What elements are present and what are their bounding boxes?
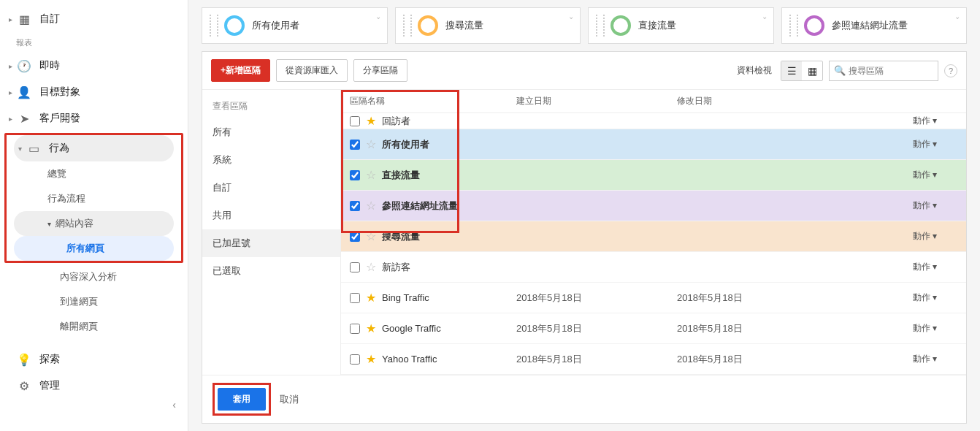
star-icon[interactable]: ☆	[366, 260, 376, 274]
table-row[interactable]: ☆新訪客動作 ▾	[341, 252, 966, 283]
row-checkbox[interactable]	[350, 232, 360, 242]
chevron-down-icon[interactable]: ⌄	[568, 12, 574, 20]
segment-panel: +新增區隔 從資源庫匯入 分享區隔 資料檢視 ☰ ▦ 🔍 ? 查看區隔 所	[202, 51, 967, 424]
table-row[interactable]: ☆搜尋流量動作 ▾	[341, 221, 966, 252]
segment-card[interactable]: 參照連結網址流量⌄	[781, 7, 968, 44]
nav-overview[interactable]: 總覽	[7, 161, 181, 186]
row-checkbox[interactable]	[350, 140, 360, 150]
modified-date: 2018年5月18日	[677, 353, 830, 366]
star-icon[interactable]: ☆	[366, 137, 376, 151]
drag-handle-icon[interactable]	[596, 15, 605, 37]
table-row[interactable]: ★Yahoo Traffic2018年5月18日2018年5月18日動作 ▾	[341, 344, 966, 375]
star-icon[interactable]: ☆	[366, 229, 376, 243]
star-icon[interactable]: ★	[366, 114, 376, 128]
row-actions[interactable]: 動作 ▾	[830, 291, 966, 304]
dashboard-icon: ▦	[16, 12, 32, 26]
nav-site-content-label: 網站內容	[55, 217, 93, 230]
apply-button[interactable]: 套用	[218, 388, 266, 411]
row-actions[interactable]: 動作 ▾	[830, 230, 966, 243]
chevron-down-icon[interactable]: ⌄	[954, 12, 960, 20]
row-checkbox[interactable]	[350, 354, 360, 365]
drag-handle-icon[interactable]	[789, 15, 798, 37]
filter-selected[interactable]: 已選取	[202, 257, 340, 285]
row-checkbox[interactable]	[350, 324, 360, 334]
cancel-button[interactable]: 取消	[280, 393, 299, 406]
chevron-down-icon[interactable]: ⌄	[375, 12, 381, 20]
nav-exit[interactable]: 離開網頁	[0, 314, 188, 339]
new-segment-button[interactable]: +新增區隔	[211, 59, 270, 82]
nav-flow[interactable]: 行為流程	[7, 186, 181, 211]
table-body: ★回訪者動作 ▾☆所有使用者動作 ▾☆直接流量動作 ▾☆參照連結網址流量動作 ▾…	[341, 113, 966, 375]
share-button[interactable]: 分享區隔	[353, 59, 407, 82]
caret-icon: ▾	[18, 145, 26, 153]
caret-icon: ▸	[9, 115, 16, 123]
search-input[interactable]	[849, 66, 933, 76]
bulb-icon: 💡	[16, 353, 32, 367]
nav-discover[interactable]: 💡 探索	[0, 346, 188, 373]
segment-table: 區隔名稱 建立日期 修改日期 ★回訪者動作 ▾☆所有使用者動作 ▾☆直接流量動作…	[341, 90, 966, 375]
filter-all[interactable]: 所有	[202, 118, 340, 146]
collapse-sidebar[interactable]: ‹	[0, 399, 188, 416]
filter-shared[interactable]: 共用	[202, 202, 340, 229]
filter-custom[interactable]: 自訂	[202, 174, 340, 202]
chevron-down-icon[interactable]: ⌄	[762, 12, 767, 20]
star-icon[interactable]: ★	[366, 321, 376, 335]
table-row[interactable]: ★Google Traffic2018年5月18日2018年5月18日動作 ▾	[341, 313, 966, 344]
nav-custom[interactable]: ▸ ▦ 自訂	[0, 6, 188, 32]
row-actions[interactable]: 動作 ▾	[830, 199, 966, 212]
table-row[interactable]: ★Bing Traffic2018年5月18日2018年5月18日動作 ▾	[341, 283, 966, 313]
star-icon[interactable]: ★	[366, 352, 376, 366]
row-actions[interactable]: 動作 ▾	[830, 169, 966, 181]
drag-handle-icon[interactable]	[403, 15, 412, 37]
segment-color-icon	[224, 15, 245, 36]
segment-name: 搜尋流量	[382, 230, 420, 243]
segment-card[interactable]: 所有使用者⌄	[202, 7, 388, 44]
row-checkbox[interactable]	[350, 116, 360, 126]
help-button[interactable]: ?	[944, 64, 957, 77]
behavior-icon: ▭	[26, 142, 42, 156]
grid-view-button[interactable]: ▦	[802, 61, 822, 80]
nav-landing[interactable]: 到達網頁	[0, 289, 188, 314]
star-icon[interactable]: ☆	[366, 168, 376, 182]
nav-all-pages[interactable]: 所有網頁	[14, 236, 174, 261]
star-icon[interactable]: ☆	[366, 199, 376, 213]
filter-starred[interactable]: 已加星號	[202, 229, 340, 257]
row-checkbox[interactable]	[350, 262, 360, 272]
row-actions[interactable]: 動作 ▾	[830, 138, 966, 150]
nav-audience[interactable]: ▸ 👤 目標對象	[0, 79, 188, 105]
row-actions[interactable]: 動作 ▾	[830, 353, 966, 365]
row-checkbox[interactable]	[350, 293, 360, 303]
segment-name: Bing Traffic	[382, 292, 429, 303]
filter-system[interactable]: 系統	[202, 146, 340, 174]
star-icon[interactable]: ★	[366, 291, 376, 305]
segment-name: 直接流量	[382, 169, 420, 182]
table-row[interactable]: ☆直接流量動作 ▾	[341, 160, 966, 191]
row-checkbox[interactable]	[350, 201, 360, 211]
nav-realtime[interactable]: ▸ 🕐 即時	[0, 53, 188, 79]
segment-card[interactable]: 搜尋流量⌄	[395, 7, 581, 44]
nav-admin[interactable]: ⚙ 管理	[0, 373, 188, 399]
nav-behavior[interactable]: ▾ ▭ 行為	[14, 135, 174, 161]
caret-icon: ▸	[9, 88, 16, 96]
segment-card[interactable]: 直接流量⌄	[588, 7, 774, 44]
filter-header: 查看區隔	[202, 94, 340, 118]
modified-date: 2018年5月18日	[677, 291, 830, 305]
segment-name: 所有使用者	[382, 138, 429, 151]
row-checkbox[interactable]	[350, 170, 360, 180]
table-row[interactable]: ★回訪者動作 ▾	[341, 113, 966, 129]
row-actions[interactable]: 動作 ▾	[830, 115, 966, 127]
nav-behavior-label: 行為	[49, 142, 69, 155]
drag-handle-icon[interactable]	[210, 15, 218, 37]
nav-acquisition[interactable]: ▸ ➤ 客戶開發	[0, 105, 188, 131]
nav-drilldown[interactable]: 內容深入分析	[0, 264, 188, 289]
main-content: 所有使用者⌄搜尋流量⌄直接流量⌄參照連結網址流量⌄ +新增區隔 從資源庫匯入 分…	[188, 0, 980, 431]
nav-site-content[interactable]: ▾ 網站內容	[14, 211, 174, 236]
row-actions[interactable]: 動作 ▾	[830, 322, 966, 335]
table-row[interactable]: ☆所有使用者動作 ▾	[341, 129, 966, 160]
import-button[interactable]: 從資源庫匯入	[276, 59, 348, 82]
row-actions[interactable]: 動作 ▾	[830, 261, 966, 273]
segment-card-label: 參照連結網址流量	[832, 19, 908, 32]
person-icon: 👤	[16, 85, 32, 99]
list-view-button[interactable]: ☰	[781, 61, 802, 80]
table-row[interactable]: ☆參照連結網址流量動作 ▾	[341, 191, 966, 221]
